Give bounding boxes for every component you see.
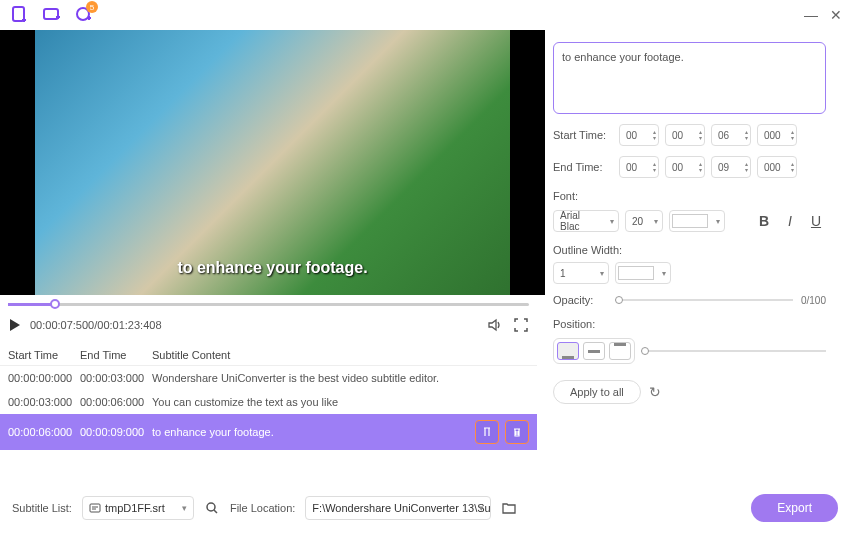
end-mm-stepper[interactable]: 00 [665,156,705,178]
add-subtitle-icon[interactable] [40,3,64,27]
underline-button[interactable]: U [806,211,826,231]
table-row[interactable]: 00:00:03:000 00:00:06:000 You can custom… [0,390,537,414]
bold-button[interactable]: B [754,211,774,231]
svg-point-4 [207,503,215,511]
apply-to-all-button[interactable]: Apply to all [553,380,641,404]
export-button[interactable]: Export [751,494,838,522]
col-content: Subtitle Content [152,349,529,361]
font-family-select[interactable]: Arial Blac [553,210,619,232]
font-size-select[interactable]: 20 [625,210,663,232]
svg-rect-3 [90,504,100,512]
file-location-input[interactable]: F:\Wondershare UniConverter 13\SubEdi [305,496,491,520]
outline-width-select[interactable]: 1 [553,262,609,284]
delete-button[interactable] [505,420,529,444]
subtitle-list-select[interactable]: tmpD1FF.srt [82,496,194,520]
titlebar: 5 — ✕ [0,0,850,30]
bottom-bar: Subtitle List: tmpD1FF.srt File Location… [0,483,850,533]
search-icon[interactable] [204,500,220,516]
fullscreen-icon[interactable] [513,317,529,333]
end-ms-stepper[interactable]: 000 [757,156,797,178]
video-preview: to enhance your footage. [0,30,545,295]
table-row[interactable]: 00:00:06:000 00:00:09:000 to enhance you… [0,414,537,450]
end-time-label: End Time: [553,161,619,173]
opacity-slider[interactable] [615,299,793,301]
volume-icon[interactable] [487,317,503,333]
position-bottom-button[interactable] [557,342,579,360]
play-button[interactable] [8,318,22,332]
folder-icon[interactable] [501,500,517,516]
add-file-icon[interactable] [8,3,32,27]
opacity-label: Opacity: [553,294,607,306]
start-mm-stepper[interactable]: 00 [665,124,705,146]
outline-color-select[interactable] [615,262,671,284]
subtitle-table: Start Time End Time Subtitle Content 00:… [0,345,537,450]
start-ms-stepper[interactable]: 000 [757,124,797,146]
opacity-value: 0/100 [801,295,826,306]
end-hh-stepper[interactable]: 00 [619,156,659,178]
end-ss-stepper[interactable]: 09 [711,156,751,178]
svg-rect-0 [13,7,24,21]
position-middle-button[interactable] [583,342,605,360]
position-label: Position: [553,318,826,330]
file-location-label: File Location: [230,502,295,514]
subtitle-text-input[interactable]: to enhance your footage. [553,42,826,114]
svg-rect-1 [44,9,58,19]
reset-icon[interactable]: ↻ [649,384,661,400]
font-label: Font: [553,190,826,202]
timecode: 00:00:07:500/00:01:23:408 [30,319,162,331]
italic-button[interactable]: I [780,211,800,231]
video-progress[interactable] [8,303,529,311]
position-slider[interactable] [641,350,826,352]
start-time-label: Start Time: [553,129,619,141]
subtitle-list-label: Subtitle List: [12,502,72,514]
outline-label: Outline Width: [553,244,826,256]
close-button[interactable]: ✕ [830,7,842,23]
col-start: Start Time [8,349,80,361]
col-end: End Time [80,349,152,361]
position-top-button[interactable] [609,342,631,360]
video-caption: to enhance your footage. [177,259,367,277]
minimize-button[interactable]: — [804,7,818,23]
add-marker-icon[interactable]: 5 [72,3,96,27]
badge: 5 [86,1,98,13]
edit-timing-button[interactable] [475,420,499,444]
font-color-select[interactable] [669,210,725,232]
table-row[interactable]: 00:00:00:000 00:00:03:000 Wondershare Un… [0,366,537,390]
start-ss-stepper[interactable]: 06 [711,124,751,146]
start-hh-stepper[interactable]: 00 [619,124,659,146]
